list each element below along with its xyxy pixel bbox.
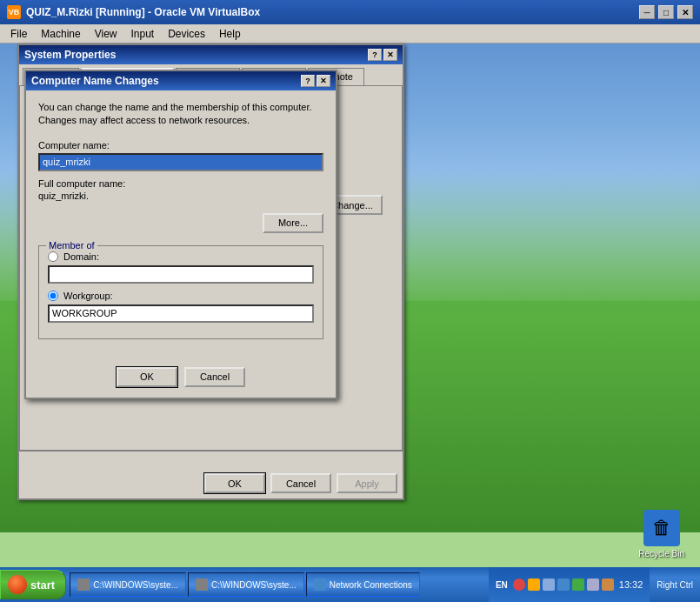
start-label: start <box>30 579 55 592</box>
vm-titlebar-buttons: ─ □ ✕ <box>639 5 693 19</box>
member-of-group: Member of Domain: Workgroup: <box>38 245 323 339</box>
vm-menubar: File Machine View Input Devices Help <box>0 24 700 43</box>
full-computer-name-value: quiz_mrizki. <box>38 191 323 201</box>
right-ctrl-label: Right Ctrl <box>650 580 700 590</box>
tray-icon-7 <box>602 579 614 591</box>
more-button-row: More... <box>38 213 323 233</box>
tray-icon-4 <box>557 579 570 591</box>
taskbar-item-icon-0 <box>77 579 90 591</box>
vm-titlebar: VB QUIZ_M.Rizki [Running] - Oracle VM Vi… <box>0 0 700 24</box>
sys-props-statusbar <box>19 451 403 468</box>
computer-name-changes-dialog: Computer Name Changes ? ✕ You can change… <box>24 70 337 399</box>
computer-name-input[interactable] <box>38 153 323 171</box>
recycle-bin-icon: 🗑 <box>643 510 680 546</box>
maximize-button[interactable]: □ <box>658 5 674 19</box>
tray-icon-6 <box>587 579 599 591</box>
system-tray-icons <box>513 579 614 591</box>
workgroup-radio[interactable] <box>48 291 58 301</box>
taskbar-item-1[interactable]: C:\WINDOWS\syste... <box>188 572 304 597</box>
menu-file[interactable]: File <box>3 26 34 42</box>
menu-devices[interactable]: Devices <box>161 26 212 42</box>
sys-props-footer: OK Cancel Apply <box>19 468 403 498</box>
taskbar-item-label-2: Network Connections <box>330 580 412 590</box>
recycle-bin-label: Recycle Bin <box>638 549 684 559</box>
taskbar: start C:\WINDOWS\syste... C:\WINDOWS\sys… <box>0 567 700 602</box>
system-clock: 13:32 <box>619 579 643 590</box>
domain-input[interactable] <box>48 265 314 284</box>
comp-name-dialog-title: Computer Name Changes <box>31 75 299 87</box>
sys-props-title: System Properties <box>24 49 366 61</box>
comp-name-close-button[interactable]: ✕ <box>317 75 330 87</box>
taskbar-item-icon-2 <box>314 579 326 591</box>
start-orb <box>8 575 27 594</box>
menu-view[interactable]: View <box>88 26 124 42</box>
more-button[interactable]: More... <box>263 213 323 233</box>
comp-name-footer: OK Cancel <box>26 360 336 398</box>
virtualbox-icon: VB <box>7 5 21 19</box>
comp-name-ok-button[interactable]: OK <box>117 367 177 387</box>
sys-props-titlebar: System Properties ? ✕ <box>19 45 403 64</box>
taskbar-right: EN 13:32 <box>489 567 650 602</box>
member-of-legend: Member of <box>46 240 97 251</box>
vm-window-title: QUIZ_M.Rizki [Running] - Oracle VM Virtu… <box>26 6 639 18</box>
domain-label: Domain: <box>63 251 99 262</box>
full-computer-name-label: Full computer name: <box>38 178 323 189</box>
tray-icon-1 <box>513 579 525 591</box>
sys-props-cancel-button[interactable]: Cancel <box>270 473 331 493</box>
comp-name-help-button[interactable]: ? <box>301 75 315 87</box>
start-button[interactable]: start <box>0 570 66 599</box>
sys-props-help-button[interactable]: ? <box>368 49 382 61</box>
menu-input[interactable]: Input <box>124 26 162 42</box>
sys-props-ok-button[interactable]: OK <box>204 473 265 493</box>
workgroup-input[interactable] <box>48 304 314 323</box>
recycle-bin[interactable]: 🗑 Recycle Bin <box>638 510 684 559</box>
language-indicator: EN <box>496 580 508 590</box>
taskbar-item-0[interactable]: C:\WINDOWS\syste... <box>70 572 186 597</box>
taskbar-item-network[interactable]: Network Connections <box>306 572 420 597</box>
taskbar-item-label-1: C:\WINDOWS\syste... <box>211 580 297 590</box>
workgroup-label: Workgroup: <box>63 291 113 301</box>
comp-name-cancel-button[interactable]: Cancel <box>184 367 245 387</box>
tray-icon-3 <box>543 579 555 591</box>
close-button[interactable]: ✕ <box>677 5 693 19</box>
domain-radio-row: Domain: <box>48 251 314 262</box>
menu-machine[interactable]: Machine <box>34 26 87 42</box>
computer-name-label: Computer name: <box>38 140 323 150</box>
desktop: VB QUIZ_M.Rizki [Running] - Oracle VM Vi… <box>0 0 700 602</box>
tray-icon-5 <box>572 579 584 591</box>
sys-props-close-button[interactable]: ✕ <box>383 49 397 61</box>
comp-name-titlebar: Computer Name Changes ? ✕ <box>26 71 336 90</box>
sys-props-apply-button[interactable]: Apply <box>337 473 397 493</box>
workgroup-radio-row: Workgroup: <box>48 291 314 301</box>
taskbar-item-icon-1 <box>196 579 208 591</box>
comp-name-description: You can change the name and the membersh… <box>38 101 323 128</box>
comp-name-body: You can change the name and the membersh… <box>26 90 336 360</box>
taskbar-items: C:\WINDOWS\syste... C:\WINDOWS\syste... … <box>66 572 489 597</box>
domain-radio[interactable] <box>48 251 58 262</box>
minimize-button[interactable]: ─ <box>639 5 655 19</box>
taskbar-item-label-0: C:\WINDOWS\syste... <box>93 580 178 590</box>
tray-icon-2 <box>528 579 540 591</box>
menu-help[interactable]: Help <box>212 26 248 42</box>
